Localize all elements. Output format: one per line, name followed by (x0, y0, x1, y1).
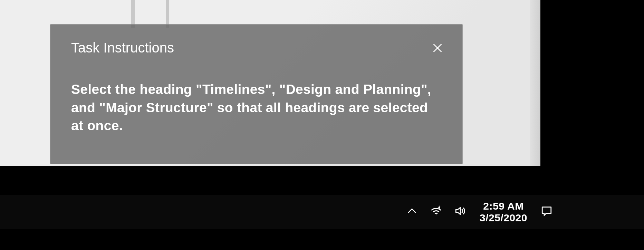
svg-marker-4 (456, 208, 460, 214)
taskbar-date: 3/25/2020 (480, 212, 527, 224)
volume-button[interactable] (453, 204, 468, 220)
action-center-button[interactable] (539, 204, 554, 220)
close-icon (432, 42, 443, 55)
dialog-title: Task Instructions (71, 40, 442, 56)
close-button[interactable] (429, 40, 446, 57)
wifi-icon: * (430, 205, 442, 219)
windows-taskbar[interactable]: * 2:59 AM 3/25/2020 (0, 195, 644, 229)
taskbar-time: 2:59 AM (483, 200, 523, 212)
task-instructions-dialog: Task Instructions Select the heading "Ti… (50, 24, 463, 164)
divider (166, 0, 169, 28)
chevron-up-icon (406, 205, 418, 219)
window-edge (530, 0, 540, 166)
screen-bezel-bottom (0, 229, 644, 250)
dialog-body-text: Select the heading "Timelines", "Design … (71, 80, 442, 135)
svg-text:*: * (439, 205, 441, 209)
svg-point-2 (436, 214, 436, 215)
taskbar-clock[interactable]: 2:59 AM 3/25/2020 (477, 200, 530, 224)
tray-expand-button[interactable] (404, 204, 420, 220)
speaker-icon (454, 205, 466, 219)
screen-bezel-right (540, 0, 644, 166)
divider (131, 0, 135, 28)
wifi-status-button[interactable]: * (429, 204, 444, 220)
notification-icon (541, 205, 552, 219)
